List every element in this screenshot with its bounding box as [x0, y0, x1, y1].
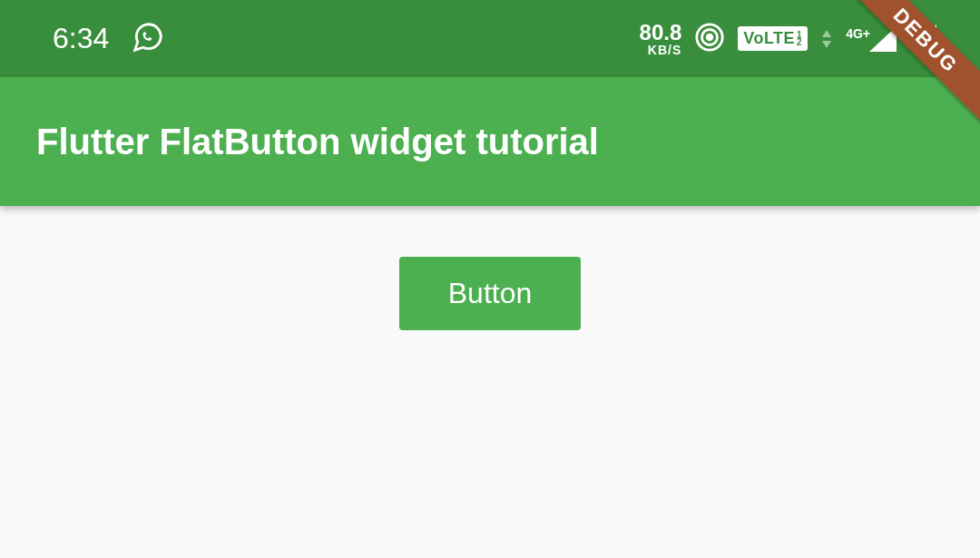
- signal-1-label: 4G+: [846, 26, 870, 41]
- svg-point-0: [707, 34, 712, 40]
- flat-button[interactable]: Button: [399, 257, 582, 330]
- network-speed-value: 80.8: [640, 22, 682, 44]
- app-bar-title: Flutter FlatButton widget tutorial: [36, 122, 599, 162]
- network-speed-unit: KB/S: [648, 44, 681, 56]
- app-bar: Flutter FlatButton widget tutorial: [0, 77, 980, 206]
- network-speed: 80.8 KB/S: [640, 22, 682, 56]
- volte-text: VoLTE: [743, 29, 795, 48]
- clock: 6:34: [53, 22, 109, 55]
- volte-sim-number: 12: [797, 32, 802, 46]
- data-arrows-icon: [820, 28, 833, 50]
- hotspot-icon: [694, 22, 725, 56]
- status-bar: 6:34 80.8 KB/S VoLTE 12: [0, 0, 980, 77]
- status-bar-left: 6:34: [53, 20, 165, 58]
- whatsapp-icon: [131, 20, 165, 58]
- volte-badge: VoLTE 12: [738, 26, 808, 51]
- content-area: Button: [0, 206, 980, 330]
